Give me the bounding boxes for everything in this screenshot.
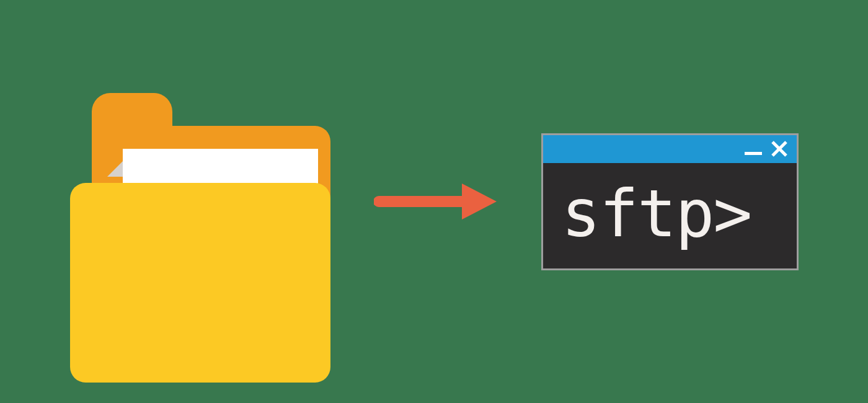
folder-icon xyxy=(70,78,330,326)
arrow-right-icon xyxy=(374,183,498,220)
close-icon xyxy=(771,140,788,157)
terminal-titlebar xyxy=(543,135,797,163)
terminal-window: sftp> xyxy=(541,133,799,270)
minimize-icon xyxy=(745,152,762,155)
terminal-prompt: sftp> xyxy=(562,182,778,247)
terminal-body: sftp> xyxy=(543,163,797,268)
svg-marker-1 xyxy=(462,184,497,219)
